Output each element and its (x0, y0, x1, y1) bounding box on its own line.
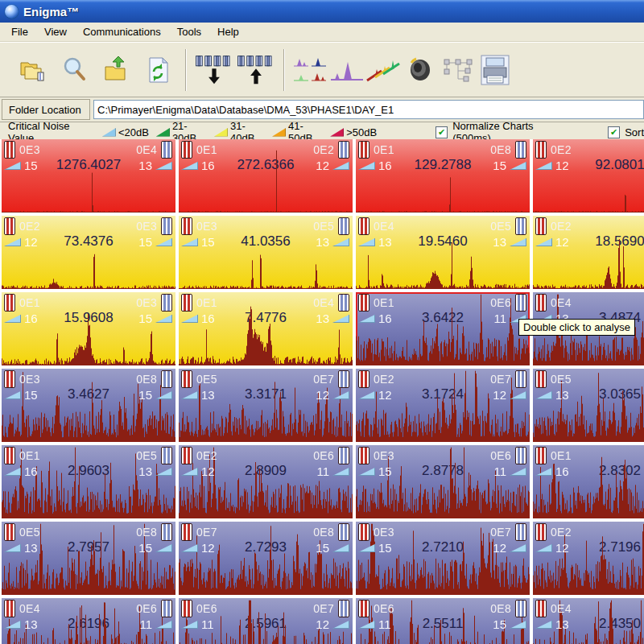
chart-tile[interactable]: 2.72930E70E81215 (179, 522, 353, 595)
chart-tile[interactable]: 15.96080E10E31615 (2, 292, 175, 365)
tile-levels: 1613 (4, 464, 172, 478)
multi-chart-button[interactable] (291, 47, 328, 93)
histogram-button[interactable] (328, 47, 365, 93)
search-button[interactable] (53, 47, 95, 93)
tile-right-level: 15 (138, 312, 152, 325)
folder-location-input[interactable] (93, 100, 644, 119)
tile-header: 0E10E5 (4, 447, 172, 464)
chart-tile[interactable]: 92.08010E212 (533, 139, 644, 213)
tile-header: 0E4 (535, 294, 644, 312)
tile-left-logger-id: 0E4 (19, 602, 40, 615)
menu-item-view[interactable]: View (36, 23, 75, 40)
loggers-upload-button[interactable] (193, 47, 235, 93)
speaker-icon (407, 56, 436, 84)
right-noise-triangle-icon (155, 390, 172, 399)
chart-tile[interactable]: 2.83020E116 (533, 445, 644, 518)
chart-tile[interactable]: 18.56900E212 (533, 216, 644, 289)
menu-item-file[interactable]: File (3, 23, 36, 40)
tile-right-level: 12 (316, 617, 329, 631)
left-noise-triangle-icon (358, 390, 375, 399)
left-logger-icon (181, 217, 192, 235)
chart-tile[interactable]: 2.59610E60E71112 (179, 598, 353, 644)
tile-right-logger-id: 0E6 (136, 602, 157, 615)
speaker-button[interactable] (402, 47, 440, 93)
tile-left-level: 13 (555, 617, 569, 631)
tile-right-level: 15 (493, 159, 506, 172)
chart-tile[interactable]: 41.03560E30E51513 (179, 216, 353, 289)
tile-levels: 1312 (181, 388, 349, 402)
left-logger-icon (535, 294, 547, 312)
left-noise-triangle-icon (358, 543, 375, 552)
tile-left-level: 16 (555, 464, 569, 478)
chart-tile[interactable]: 2.61960E40E61311 (2, 598, 175, 644)
tile-header: 0E50E7 (181, 370, 349, 388)
folder-export-button[interactable] (95, 47, 137, 93)
right-noise-triangle-icon (155, 237, 172, 246)
chart-tile[interactable]: 3.46270E30E81515 (2, 369, 175, 442)
right-logger-icon (515, 447, 526, 464)
network-button[interactable] (440, 47, 477, 93)
waterfall-chart-button[interactable] (365, 47, 402, 93)
tile-header: 0E20E6 (181, 447, 349, 464)
chart-tile[interactable]: 7.47760E10E41613 (179, 292, 353, 365)
loggers-download-button[interactable] (235, 47, 277, 93)
left-logger-icon (4, 217, 15, 235)
menu-item-help[interactable]: Help (209, 23, 247, 40)
tile-levels: 1313 (358, 235, 526, 249)
chart-tile[interactable]: 2.87780E30E61511 (356, 445, 530, 518)
refresh-button[interactable] (137, 47, 179, 93)
tile-left-logger-id: 0E7 (196, 526, 217, 539)
tile-levels: 1112 (181, 617, 349, 631)
chart-tile[interactable]: 3.64220E10E61611 (356, 292, 530, 365)
tile-left-logger-id: 0E2 (196, 449, 217, 462)
chart-tile[interactable]: 2.89090E20E61211 (179, 445, 353, 518)
checkbox-sort[interactable]: ✔Sort (608, 126, 644, 138)
tile-header: 0E30E5 (181, 217, 349, 235)
tile-header: 0E2 (535, 217, 644, 235)
folders-button[interactable] (11, 47, 53, 93)
right-logger-icon (338, 447, 349, 464)
left-logger-icon (181, 370, 192, 388)
tile-left-level: 16 (24, 464, 38, 478)
loggers-upload-icon (193, 51, 235, 89)
tile-left-logger-id: 0E3 (196, 220, 217, 233)
chart-tile[interactable]: 73.43760E20E31215 (2, 216, 175, 289)
menu-item-tools[interactable]: Tools (169, 23, 209, 40)
chart-tile[interactable]: 3.17240E20E71212 (356, 369, 530, 442)
right-noise-triangle-icon (332, 161, 349, 170)
tile-left-level: 13 (24, 617, 38, 631)
left-noise-triangle-icon (535, 467, 552, 476)
tile-left-level: 12 (378, 388, 392, 402)
chart-tile[interactable]: 2.96030E10E51613 (2, 445, 175, 518)
tile-left-logger-id: 0E6 (374, 602, 394, 615)
chart-tile[interactable]: 2.79570E50E81315 (2, 522, 175, 595)
tile-header: 0E50E8 (4, 523, 172, 541)
tile-left-logger-id: 0E2 (374, 373, 394, 386)
print-button[interactable] (477, 47, 514, 93)
tile-levels: 1512 (358, 541, 526, 555)
right-logger-icon (338, 141, 349, 159)
printer-icon (478, 54, 512, 86)
chart-tile[interactable]: 2.72100E30E71512 (356, 522, 530, 595)
tile-right-level: 13 (493, 235, 506, 249)
chart-tile[interactable]: 3.03650E513 (533, 369, 644, 442)
chart-tile[interactable]: 2.71960E212 (533, 522, 644, 595)
chart-tile[interactable]: 2.43500E413 (533, 598, 644, 644)
tile-left-level: 15 (378, 541, 392, 555)
tile-levels: 1611 (358, 312, 526, 325)
right-logger-icon (338, 217, 349, 235)
tile-header: 0E30E4 (4, 141, 172, 159)
chart-tile[interactable]: 2.55110E60E81115 (356, 598, 530, 644)
right-noise-triangle-icon (155, 467, 172, 476)
tile-left-logger-id: 0E5 (551, 373, 572, 386)
menu-item-communications[interactable]: Communications (75, 23, 169, 40)
chart-tile[interactable]: 272.63660E10E21612 (179, 139, 353, 213)
chart-tile[interactable]: 19.54600E40E51313 (356, 216, 530, 289)
tile-levels: 12 (535, 541, 644, 555)
checkbox-icon[interactable]: ✔ (436, 126, 448, 138)
checkbox-icon[interactable]: ✔ (608, 126, 620, 138)
tile-levels: 1615 (358, 159, 526, 172)
chart-tile[interactable]: 3.31710E50E71312 (179, 369, 353, 442)
chart-tile[interactable]: 1276.40270E30E41513 (2, 139, 175, 213)
chart-tile[interactable]: 129.27880E10E81615 (356, 139, 530, 213)
